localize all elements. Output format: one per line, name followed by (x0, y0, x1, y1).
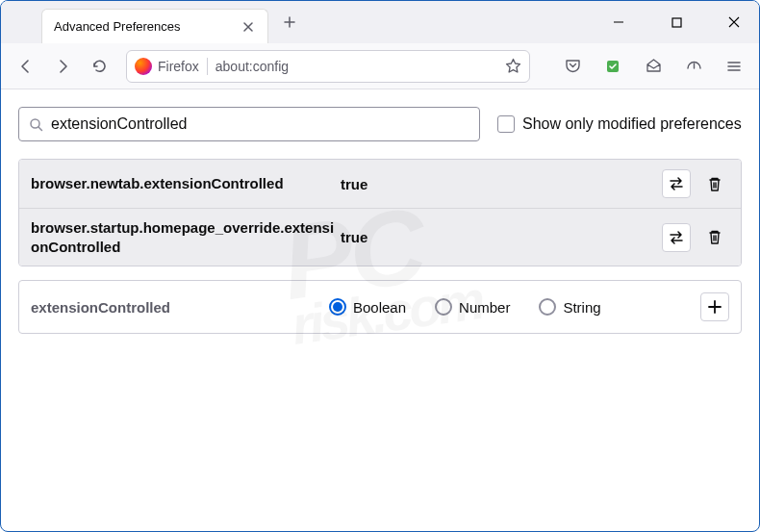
close-tab-icon[interactable] (241, 19, 256, 35)
radio-string[interactable]: String (539, 298, 600, 316)
url-text: about:config (215, 59, 289, 74)
radio-number[interactable]: Number (435, 298, 510, 316)
protections-icon[interactable] (678, 51, 709, 82)
add-button[interactable] (700, 292, 729, 321)
about-config-content: Show only modified preferences browser.n… (1, 89, 759, 351)
radio-icon (329, 298, 346, 316)
search-icon (29, 117, 43, 132)
inbox-icon[interactable] (638, 51, 669, 82)
maximize-button[interactable] (657, 8, 696, 37)
search-row: Show only modified preferences (18, 107, 742, 141)
preference-list: browser.newtab.extensionControlled true … (18, 159, 742, 266)
toolbar-right (557, 51, 749, 82)
svg-rect-0 (672, 18, 681, 27)
preference-name: browser.newtab.extensionControlled (31, 174, 341, 193)
search-input[interactable] (51, 115, 469, 133)
toggle-button[interactable] (662, 169, 691, 198)
identity-label: Firefox (158, 59, 199, 74)
delete-button[interactable] (700, 169, 729, 198)
window-controls (599, 1, 753, 43)
radio-icon (539, 298, 556, 316)
browser-tab[interactable]: Advanced Preferences (41, 9, 268, 43)
forward-button[interactable] (47, 51, 78, 82)
extension-icon[interactable] (597, 51, 628, 82)
radio-label: Number (459, 299, 510, 316)
tab-bar: Advanced Preferences (1, 1, 759, 43)
preference-actions (662, 223, 729, 252)
preference-value: true (341, 229, 662, 245)
radio-label: String (563, 299, 600, 316)
preference-actions (662, 169, 729, 198)
tab-title: Advanced Preferences (54, 19, 181, 34)
firefox-logo-icon (135, 58, 152, 75)
bookmark-star-icon[interactable] (505, 58, 521, 74)
delete-button[interactable] (700, 223, 729, 252)
show-modified-checkbox[interactable]: Show only modified preferences (497, 115, 742, 133)
toggle-button[interactable] (662, 223, 691, 252)
new-preference-name: extensionControlled (31, 299, 329, 316)
identity-box[interactable]: Firefox (135, 58, 208, 75)
type-radio-group: Boolean Number String (329, 298, 700, 316)
navigation-toolbar: Firefox about:config (1, 43, 759, 89)
reload-button[interactable] (84, 51, 114, 82)
checkbox-icon (497, 115, 515, 133)
menu-button[interactable] (719, 51, 749, 82)
new-tab-button[interactable] (276, 9, 303, 36)
close-window-button[interactable] (715, 8, 753, 37)
pocket-icon[interactable] (557, 51, 588, 82)
preference-search[interactable] (18, 107, 480, 141)
preference-name: browser.startup.homepage_override.extens… (31, 218, 341, 256)
preference-row[interactable]: browser.startup.homepage_override.extens… (19, 209, 741, 266)
new-preference-row: extensionControlled Boolean Number Strin… (18, 280, 742, 334)
show-modified-label: Show only modified preferences (522, 115, 742, 133)
radio-boolean[interactable]: Boolean (329, 298, 406, 316)
radio-label: Boolean (353, 299, 406, 316)
preference-row[interactable]: browser.newtab.extensionControlled true (19, 160, 741, 209)
radio-icon (435, 298, 452, 316)
back-button[interactable] (11, 51, 41, 82)
preference-value: true (341, 176, 662, 192)
url-bar[interactable]: Firefox about:config (126, 50, 530, 83)
minimize-button[interactable] (599, 8, 638, 37)
